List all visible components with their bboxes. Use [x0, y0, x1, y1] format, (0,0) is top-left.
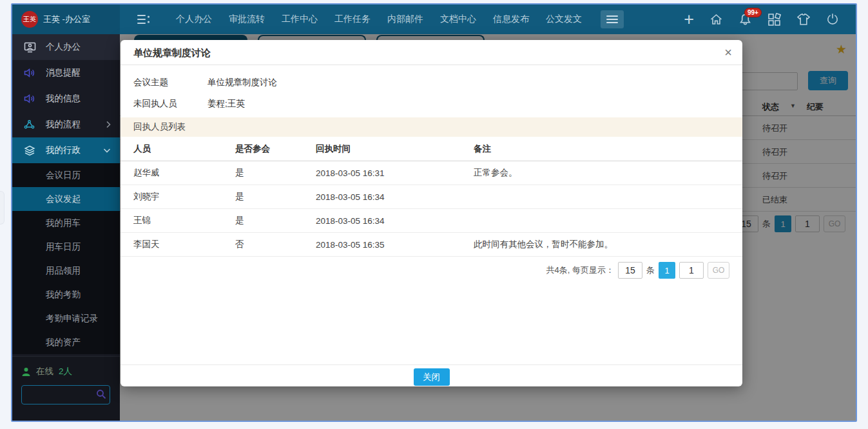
- sidebar-item-label: 我的行政: [46, 145, 81, 156]
- person-icon: [21, 367, 31, 377]
- add-button[interactable]: +: [684, 13, 694, 26]
- user-name: 王英 -办公室: [43, 14, 90, 25]
- sidebar: 个人办公 消息提醒: [12, 34, 120, 421]
- sidebar-item-my-messages[interactable]: 我的信息: [12, 86, 120, 112]
- home-button[interactable]: [709, 13, 723, 26]
- submenu-item-label: 我的资产: [46, 337, 81, 348]
- submenu-item-label: 用车日历: [46, 241, 81, 253]
- submenu-item-label: 用品领用: [46, 265, 81, 277]
- go-button[interactable]: GO: [708, 262, 729, 279]
- top-menu-item-internal-mail[interactable]: 内部邮件: [387, 14, 423, 25]
- dialog-footer: 关闭: [121, 364, 742, 386]
- column-header-reply-time: 回执时间: [316, 143, 474, 155]
- table-row[interactable]: 赵华威 是 2018-03-05 16:31 正常参会。: [121, 161, 742, 185]
- top-menu-item-work-tasks[interactable]: 工作任务: [334, 14, 371, 25]
- sidebar-item-my-admin[interactable]: 我的行政: [12, 137, 120, 163]
- user-avatar[interactable]: 王英: [21, 11, 38, 28]
- monitor-user-icon: [24, 42, 37, 53]
- notifications-button[interactable]: 99+: [738, 13, 752, 26]
- online-label: 在线: [36, 366, 53, 377]
- top-menu-item-official-document[interactable]: 公文发文: [546, 14, 582, 25]
- field-meeting-subject: 会议主题 单位规章制度讨论: [121, 72, 742, 93]
- total-label: 共4条, 每页显示：: [546, 264, 614, 276]
- shirt-icon: [796, 13, 811, 26]
- top-menu: 个人办公 审批流转 工作中心 工作任务 内部邮件 文档中心 信息发布 公文发文: [168, 14, 590, 25]
- dialog-fields: 会议主题 单位规章制度讨论 未回执人员 姜程;王英: [121, 65, 742, 114]
- side-panel-handle[interactable]: [0, 191, 5, 224]
- field-label: 未回执人员: [121, 98, 207, 110]
- sidebar-footer: 在线 2人: [12, 356, 120, 421]
- sidebar-item-message-reminder[interactable]: 消息提醒: [12, 60, 120, 86]
- search-icon[interactable]: [96, 389, 106, 402]
- sidebar-search: [21, 385, 111, 404]
- attend-cell: 是: [235, 167, 316, 179]
- logout-button[interactable]: [826, 13, 839, 26]
- field-value: 姜程;王英: [207, 98, 245, 110]
- power-icon: [826, 13, 839, 26]
- submenu-item-label: 我的考勤: [46, 289, 81, 301]
- top-menu-item-approval-flow[interactable]: 审批流转: [229, 14, 265, 25]
- time-cell: 2018-03-05 16:34: [316, 216, 474, 226]
- workflow-icon: [24, 119, 37, 130]
- screen: 王英 王英 -办公室 个人办公 审批流转 工作中心 工作任务: [0, 0, 868, 429]
- remark-cell: 此时间有其他会议，暂时不能参加。: [474, 239, 729, 250]
- sidebar-item-label: 我的流程: [46, 119, 81, 130]
- time-cell: 2018-03-05 16:35: [316, 240, 474, 250]
- topbar-icons: + 99+: [684, 13, 856, 26]
- table-row[interactable]: 刘晓宇 是 2018-03-05 16:34: [121, 185, 742, 209]
- field-value: 单位规章制度讨论: [207, 77, 277, 88]
- reply-table-header: 人员 是否参会 回执时间 备注: [121, 137, 742, 161]
- submenu-item-my-vehicle[interactable]: 我的用车: [12, 211, 120, 235]
- collapse-menu-icon[interactable]: [137, 14, 151, 25]
- chevron-down-icon: [103, 148, 111, 153]
- page-size-input[interactable]: [618, 262, 642, 279]
- sidebar-item-my-workflow[interactable]: 我的流程: [12, 112, 120, 137]
- close-dialog-button[interactable]: 关闭: [414, 368, 450, 386]
- attend-cell: 是: [235, 191, 316, 203]
- dialog-header: 单位规章制度讨论 ×: [121, 40, 742, 65]
- table-row[interactable]: 王锦 是 2018-03-05 16:34: [121, 209, 742, 233]
- submenu-item-my-attendance[interactable]: 我的考勤: [12, 283, 120, 306]
- app-window: 王英 王英 -办公室 个人办公 审批流转 工作中心 工作任务: [11, 3, 857, 422]
- submenu-item-meeting-calendar[interactable]: 会议日历: [12, 163, 120, 187]
- speaker-icon: [24, 94, 37, 104]
- sidebar-item-personal-office[interactable]: 个人办公: [12, 34, 120, 60]
- more-menus-button[interactable]: [601, 10, 624, 28]
- page-number-input[interactable]: [679, 262, 704, 279]
- top-menu-item-personal-office[interactable]: 个人办公: [176, 14, 212, 25]
- top-menu-item-work-center[interactable]: 工作中心: [282, 14, 318, 25]
- person-cell: 李国天: [133, 239, 235, 250]
- submenu-item-my-assets[interactable]: 我的资产: [12, 330, 120, 354]
- speaker-icon: [24, 68, 37, 78]
- submenu-item-meeting-initiate[interactable]: 会议发起: [12, 187, 120, 211]
- column-header-person: 人员: [133, 143, 235, 155]
- layers-icon: [24, 145, 37, 156]
- top-menu-item-document-center[interactable]: 文档中心: [440, 14, 476, 25]
- table-row[interactable]: 李国天 否 2018-03-05 16:35 此时间有其他会议，暂时不能参加。: [121, 233, 742, 257]
- attend-cell: 是: [235, 215, 316, 226]
- column-header-attend: 是否参会: [235, 143, 316, 155]
- submenu-item-attendance-records[interactable]: 考勤申请记录: [12, 306, 120, 330]
- submenu-item-label: 考勤申请记录: [46, 313, 98, 324]
- grid-icon: [767, 13, 781, 26]
- time-cell: 2018-03-05 16:34: [316, 192, 474, 202]
- submenu-item-vehicle-calendar[interactable]: 用车日历: [12, 235, 120, 259]
- submenu-item-label: 会议发起: [46, 194, 81, 205]
- remark-cell: 正常参会。: [474, 167, 729, 179]
- submenu-item-label: 会议日历: [46, 170, 81, 181]
- sidebar-item-label: 我的信息: [46, 93, 81, 105]
- chevron-right-icon: [106, 121, 111, 128]
- topbar-user[interactable]: 王英 王英 -办公室: [12, 5, 120, 34]
- person-cell: 赵华威: [133, 167, 235, 179]
- submenu-item-supplies[interactable]: 用品领用: [12, 259, 120, 283]
- dialog-pagination: 共4条, 每页显示： 条 1 GO: [121, 262, 742, 279]
- theme-button[interactable]: [796, 13, 811, 26]
- apps-button[interactable]: [767, 13, 781, 26]
- field-no-reply-people: 未回执人员 姜程;王英: [121, 93, 742, 114]
- current-page-button[interactable]: 1: [659, 262, 675, 279]
- close-icon[interactable]: ×: [724, 45, 732, 60]
- field-label: 会议主题: [121, 77, 207, 88]
- top-menu-item-info-publish[interactable]: 信息发布: [493, 14, 529, 25]
- hamburger-icon: [606, 15, 618, 24]
- notification-badge: 99+: [744, 8, 762, 17]
